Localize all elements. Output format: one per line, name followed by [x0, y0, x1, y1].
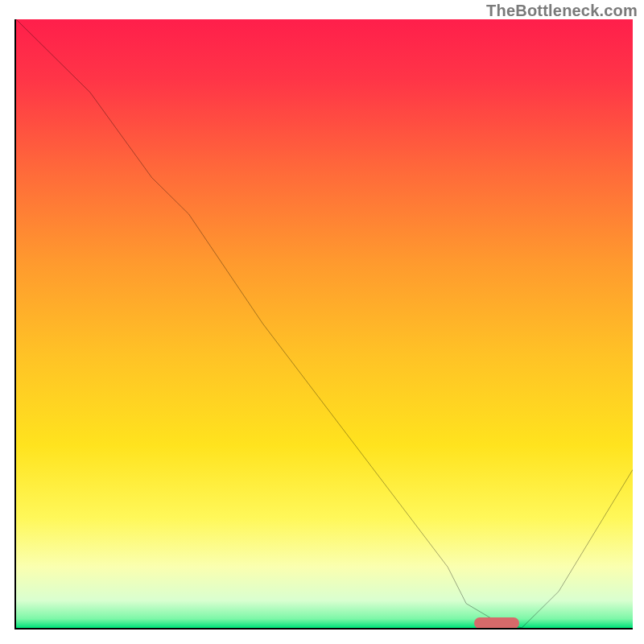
bottleneck-curve: [16, 19, 633, 628]
watermark-text: TheBottleneck.com: [486, 2, 638, 20]
optimal-marker: [474, 617, 519, 629]
chart-stage: TheBottleneck.com: [0, 0, 644, 644]
plot-area: [14, 19, 633, 630]
